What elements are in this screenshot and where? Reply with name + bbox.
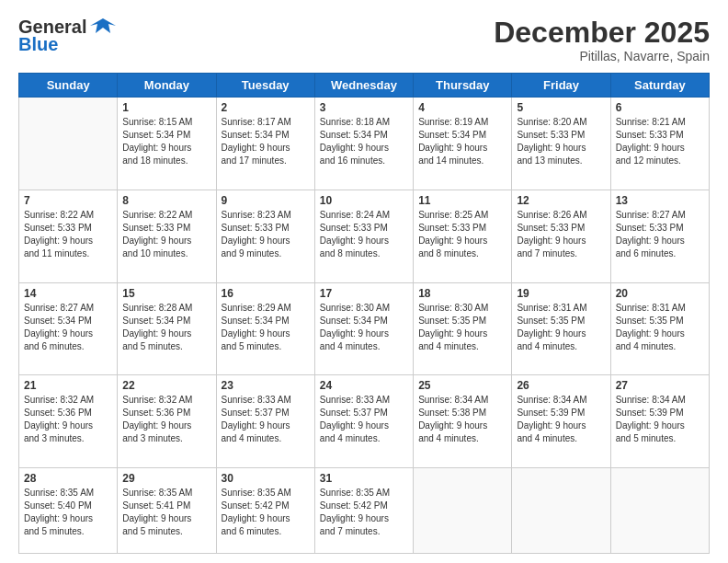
day-number: 26 (517, 379, 605, 392)
day-number: 8 (122, 194, 210, 207)
header-thursday: Thursday (414, 74, 512, 98)
calendar-table: Sunday Monday Tuesday Wednesday Thursday… (18, 73, 710, 554)
day-number: 16 (222, 287, 310, 300)
cell-info: Sunrise: 8:34 AMSunset: 5:39 PMDaylight:… (616, 394, 704, 445)
day-number: 21 (24, 379, 112, 392)
header-monday: Monday (118, 74, 216, 98)
cell-info: Sunrise: 8:35 AMSunset: 5:42 PMDaylight:… (222, 487, 310, 538)
cell-info: Sunrise: 8:28 AMSunset: 5:34 PMDaylight:… (122, 302, 210, 353)
day-number: 5 (517, 101, 605, 114)
cell-info: Sunrise: 8:17 AMSunset: 5:34 PMDaylight:… (222, 116, 310, 167)
table-row: 24Sunrise: 8:33 AMSunset: 5:37 PMDayligh… (314, 375, 413, 468)
logo-bird-icon (90, 17, 116, 37)
table-row: 13Sunrise: 8:27 AMSunset: 5:33 PMDayligh… (610, 190, 709, 282)
cell-info: Sunrise: 8:21 AMSunset: 5:33 PMDaylight:… (616, 116, 704, 167)
table-row: 26Sunrise: 8:34 AMSunset: 5:39 PMDayligh… (512, 375, 610, 468)
header: General Blue December 2025 Pitillas, Nav… (18, 17, 710, 63)
cell-info: Sunrise: 8:35 AMSunset: 5:40 PMDaylight:… (24, 487, 112, 538)
header-tuesday: Tuesday (216, 74, 314, 98)
logo: General Blue (18, 17, 116, 55)
svg-marker-0 (90, 18, 116, 33)
table-row: 17Sunrise: 8:30 AMSunset: 5:34 PMDayligh… (314, 282, 413, 375)
day-number: 22 (122, 379, 210, 392)
table-row: 31Sunrise: 8:35 AMSunset: 5:42 PMDayligh… (314, 468, 413, 554)
day-number: 27 (616, 379, 704, 392)
day-number: 2 (222, 101, 310, 114)
table-row: 1Sunrise: 8:15 AMSunset: 5:34 PMDaylight… (118, 98, 216, 190)
day-number: 11 (418, 194, 506, 207)
table-row: 6Sunrise: 8:21 AMSunset: 5:33 PMDaylight… (610, 98, 709, 190)
table-row: 18Sunrise: 8:30 AMSunset: 5:35 PMDayligh… (414, 282, 512, 375)
table-row: 25Sunrise: 8:34 AMSunset: 5:38 PMDayligh… (414, 375, 512, 468)
day-number: 15 (122, 287, 210, 300)
day-number: 25 (418, 379, 506, 392)
cell-info: Sunrise: 8:23 AMSunset: 5:33 PMDaylight:… (222, 209, 310, 260)
cell-info: Sunrise: 8:22 AMSunset: 5:33 PMDaylight:… (122, 209, 210, 260)
day-number: 20 (616, 287, 704, 300)
table-row: 27Sunrise: 8:34 AMSunset: 5:39 PMDayligh… (610, 375, 709, 468)
table-row: 8Sunrise: 8:22 AMSunset: 5:33 PMDaylight… (118, 190, 216, 282)
cell-info: Sunrise: 8:31 AMSunset: 5:35 PMDaylight:… (616, 302, 704, 353)
table-row: 29Sunrise: 8:35 AMSunset: 5:41 PMDayligh… (118, 468, 216, 554)
day-number: 7 (24, 194, 112, 207)
table-row: 16Sunrise: 8:29 AMSunset: 5:34 PMDayligh… (216, 282, 314, 375)
cell-info: Sunrise: 8:31 AMSunset: 5:35 PMDaylight:… (517, 302, 605, 353)
cell-info: Sunrise: 8:24 AMSunset: 5:33 PMDaylight:… (320, 209, 408, 260)
table-row: 15Sunrise: 8:28 AMSunset: 5:34 PMDayligh… (118, 282, 216, 375)
table-row: 2Sunrise: 8:17 AMSunset: 5:34 PMDaylight… (216, 98, 314, 190)
day-number: 28 (24, 472, 112, 485)
day-number: 13 (616, 194, 704, 207)
table-row (19, 98, 118, 190)
table-row: 10Sunrise: 8:24 AMSunset: 5:33 PMDayligh… (314, 190, 413, 282)
day-number: 1 (122, 101, 210, 114)
day-number: 14 (24, 287, 112, 300)
header-saturday: Saturday (610, 74, 709, 98)
table-row: 5Sunrise: 8:20 AMSunset: 5:33 PMDaylight… (512, 98, 610, 190)
cell-info: Sunrise: 8:27 AMSunset: 5:33 PMDaylight:… (616, 209, 704, 260)
table-row: 23Sunrise: 8:33 AMSunset: 5:37 PMDayligh… (216, 375, 314, 468)
header-wednesday: Wednesday (314, 74, 413, 98)
table-row: 14Sunrise: 8:27 AMSunset: 5:34 PMDayligh… (19, 282, 118, 375)
cell-info: Sunrise: 8:33 AMSunset: 5:37 PMDaylight:… (320, 394, 408, 445)
table-row: 3Sunrise: 8:18 AMSunset: 5:34 PMDaylight… (314, 98, 413, 190)
table-row: 9Sunrise: 8:23 AMSunset: 5:33 PMDaylight… (216, 190, 314, 282)
day-number: 17 (320, 287, 408, 300)
day-number: 6 (616, 101, 704, 114)
day-number: 4 (418, 101, 506, 114)
cell-info: Sunrise: 8:29 AMSunset: 5:34 PMDaylight:… (222, 302, 310, 353)
table-row: 4Sunrise: 8:19 AMSunset: 5:34 PMDaylight… (414, 98, 512, 190)
cell-info: Sunrise: 8:25 AMSunset: 5:33 PMDaylight:… (418, 209, 506, 260)
header-sunday: Sunday (19, 74, 118, 98)
day-number: 10 (320, 194, 408, 207)
day-number: 30 (222, 472, 310, 485)
cell-info: Sunrise: 8:35 AMSunset: 5:42 PMDaylight:… (320, 487, 408, 538)
page: General Blue December 2025 Pitillas, Nav… (0, 0, 728, 563)
cell-info: Sunrise: 8:34 AMSunset: 5:38 PMDaylight:… (418, 394, 506, 445)
cell-info: Sunrise: 8:32 AMSunset: 5:36 PMDaylight:… (24, 394, 112, 445)
cell-info: Sunrise: 8:20 AMSunset: 5:33 PMDaylight:… (517, 116, 605, 167)
cell-info: Sunrise: 8:32 AMSunset: 5:36 PMDaylight:… (122, 394, 210, 445)
cell-info: Sunrise: 8:33 AMSunset: 5:37 PMDaylight:… (222, 394, 310, 445)
day-number: 19 (517, 287, 605, 300)
day-number: 9 (222, 194, 310, 207)
table-row: 30Sunrise: 8:35 AMSunset: 5:42 PMDayligh… (216, 468, 314, 554)
location: Pitillas, Navarre, Spain (494, 49, 710, 63)
cell-info: Sunrise: 8:19 AMSunset: 5:34 PMDaylight:… (418, 116, 506, 167)
table-row: 7Sunrise: 8:22 AMSunset: 5:33 PMDaylight… (19, 190, 118, 282)
table-row: 21Sunrise: 8:32 AMSunset: 5:36 PMDayligh… (19, 375, 118, 468)
day-number: 31 (320, 472, 408, 485)
cell-info: Sunrise: 8:18 AMSunset: 5:34 PMDaylight:… (320, 116, 408, 167)
month-title: December 2025 (494, 17, 710, 49)
cell-info: Sunrise: 8:22 AMSunset: 5:33 PMDaylight:… (24, 209, 112, 260)
day-number: 3 (320, 101, 408, 114)
table-row (610, 468, 709, 554)
table-row (512, 468, 610, 554)
table-row: 22Sunrise: 8:32 AMSunset: 5:36 PMDayligh… (118, 375, 216, 468)
title-section: December 2025 Pitillas, Navarre, Spain (494, 17, 710, 63)
cell-info: Sunrise: 8:15 AMSunset: 5:34 PMDaylight:… (122, 116, 210, 167)
cell-info: Sunrise: 8:34 AMSunset: 5:39 PMDaylight:… (517, 394, 605, 445)
day-number: 24 (320, 379, 408, 392)
table-row: 19Sunrise: 8:31 AMSunset: 5:35 PMDayligh… (512, 282, 610, 375)
table-row: 12Sunrise: 8:26 AMSunset: 5:33 PMDayligh… (512, 190, 610, 282)
cell-info: Sunrise: 8:26 AMSunset: 5:33 PMDaylight:… (517, 209, 605, 260)
